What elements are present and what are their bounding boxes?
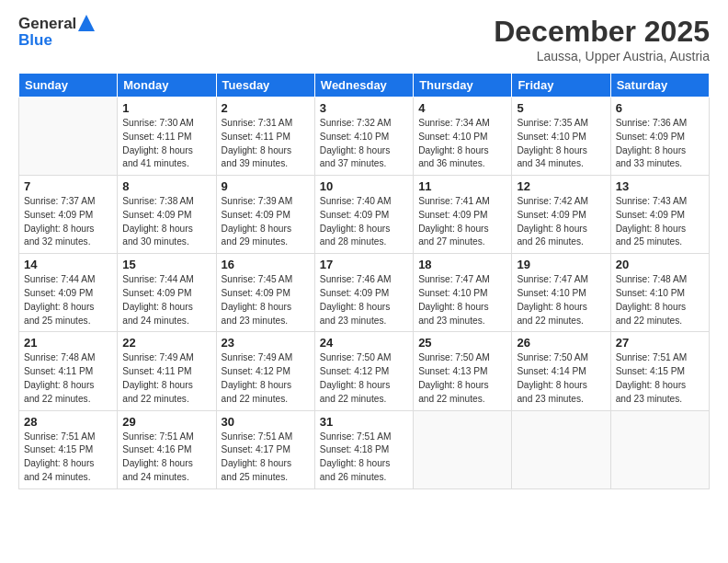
day-number: 9 — [222, 179, 310, 193]
day-number: 1 — [122, 101, 210, 115]
location-subtitle: Laussa, Upper Austria, Austria — [494, 49, 710, 63]
calendar-day-cell: 15Sunrise: 7:44 AM Sunset: 4:09 PM Dayli… — [118, 254, 216, 332]
calendar-day-cell: 27Sunrise: 7:51 AM Sunset: 4:15 PM Dayli… — [610, 332, 709, 410]
day-info: Sunrise: 7:45 AM Sunset: 4:09 PM Dayligh… — [222, 273, 310, 327]
day-number: 6 — [616, 101, 704, 115]
logo-arrow-icon — [78, 15, 95, 31]
day-info: Sunrise: 7:51 AM Sunset: 4:16 PM Dayligh… — [122, 431, 210, 485]
day-info: Sunrise: 7:44 AM Sunset: 4:09 PM Dayligh… — [122, 273, 210, 327]
calendar-header-row: SundayMondayTuesdayWednesdayThursdayFrid… — [19, 74, 710, 98]
day-number: 7 — [24, 179, 112, 193]
day-number: 20 — [616, 258, 704, 271]
title-area: December 2025 Laussa, Upper Austria, Aus… — [494, 15, 710, 63]
calendar-week-row: 7Sunrise: 7:37 AM Sunset: 4:09 PM Daylig… — [19, 176, 710, 254]
logo: General Blue — [18, 15, 95, 50]
day-info: Sunrise: 7:49 AM Sunset: 4:12 PM Dayligh… — [222, 351, 310, 406]
day-number: 22 — [122, 336, 210, 350]
calendar-week-row: 21Sunrise: 7:48 AM Sunset: 4:11 PM Dayli… — [19, 332, 710, 410]
calendar-day-cell: 6Sunrise: 7:36 AM Sunset: 4:09 PM Daylig… — [610, 98, 709, 176]
day-number: 30 — [222, 415, 310, 429]
header: General Blue December 2025 Laussa, Upper… — [18, 15, 710, 63]
calendar-day-cell: 10Sunrise: 7:40 AM Sunset: 4:09 PM Dayli… — [314, 176, 413, 254]
day-number: 2 — [222, 101, 310, 115]
day-info: Sunrise: 7:44 AM Sunset: 4:09 PM Dayligh… — [24, 273, 112, 327]
calendar-day-cell: 9Sunrise: 7:39 AM Sunset: 4:09 PM Daylig… — [216, 176, 314, 254]
calendar-week-row: 14Sunrise: 7:44 AM Sunset: 4:09 PM Dayli… — [19, 254, 710, 332]
month-title: December 2025 — [494, 15, 710, 49]
day-info: Sunrise: 7:46 AM Sunset: 4:09 PM Dayligh… — [320, 273, 408, 327]
weekday-header: Saturday — [610, 74, 709, 98]
day-number: 10 — [320, 179, 408, 193]
day-info: Sunrise: 7:51 AM Sunset: 4:15 PM Dayligh… — [24, 431, 112, 485]
calendar-day-cell: 3Sunrise: 7:32 AM Sunset: 4:10 PM Daylig… — [314, 98, 413, 176]
day-info: Sunrise: 7:48 AM Sunset: 4:11 PM Dayligh… — [24, 351, 112, 406]
day-info: Sunrise: 7:50 AM Sunset: 4:12 PM Dayligh… — [320, 351, 408, 406]
calendar-day-cell: 4Sunrise: 7:34 AM Sunset: 4:10 PM Daylig… — [414, 98, 512, 176]
weekday-header: Wednesday — [314, 74, 413, 98]
calendar-day-cell: 21Sunrise: 7:48 AM Sunset: 4:11 PM Dayli… — [19, 332, 118, 410]
day-info: Sunrise: 7:47 AM Sunset: 4:10 PM Dayligh… — [418, 273, 506, 327]
day-number: 11 — [418, 179, 506, 193]
day-info: Sunrise: 7:48 AM Sunset: 4:10 PM Dayligh… — [616, 273, 704, 327]
calendar-day-cell: 24Sunrise: 7:50 AM Sunset: 4:12 PM Dayli… — [314, 332, 413, 410]
calendar-day-cell — [512, 410, 610, 488]
weekday-header: Thursday — [414, 74, 512, 98]
logo-general: General — [18, 15, 76, 33]
calendar-day-cell — [414, 410, 512, 488]
calendar-day-cell: 11Sunrise: 7:41 AM Sunset: 4:09 PM Dayli… — [414, 176, 512, 254]
day-number: 12 — [517, 179, 605, 193]
day-number: 31 — [320, 415, 408, 429]
logo-blue: Blue — [18, 31, 95, 50]
calendar-day-cell: 22Sunrise: 7:49 AM Sunset: 4:11 PM Dayli… — [118, 332, 216, 410]
page: General Blue December 2025 Laussa, Upper… — [0, 0, 728, 563]
calendar-day-cell: 5Sunrise: 7:35 AM Sunset: 4:10 PM Daylig… — [512, 98, 610, 176]
day-number: 19 — [517, 258, 605, 271]
calendar-day-cell: 8Sunrise: 7:38 AM Sunset: 4:09 PM Daylig… — [118, 176, 216, 254]
day-number: 26 — [517, 336, 605, 350]
day-number: 29 — [122, 415, 210, 429]
calendar-day-cell: 7Sunrise: 7:37 AM Sunset: 4:09 PM Daylig… — [19, 176, 118, 254]
day-number: 14 — [24, 258, 112, 271]
calendar-day-cell — [19, 98, 118, 176]
calendar-day-cell: 31Sunrise: 7:51 AM Sunset: 4:18 PM Dayli… — [314, 410, 413, 488]
day-number: 28 — [24, 415, 112, 429]
calendar-day-cell: 20Sunrise: 7:48 AM Sunset: 4:10 PM Dayli… — [610, 254, 709, 332]
day-info: Sunrise: 7:30 AM Sunset: 4:11 PM Dayligh… — [122, 117, 210, 171]
day-number: 13 — [616, 179, 704, 193]
day-info: Sunrise: 7:35 AM Sunset: 4:10 PM Dayligh… — [517, 117, 605, 171]
calendar-day-cell: 28Sunrise: 7:51 AM Sunset: 4:15 PM Dayli… — [19, 410, 118, 488]
calendar-week-row: 1Sunrise: 7:30 AM Sunset: 4:11 PM Daylig… — [19, 98, 710, 176]
calendar-day-cell: 17Sunrise: 7:46 AM Sunset: 4:09 PM Dayli… — [314, 254, 413, 332]
weekday-header: Sunday — [19, 74, 118, 98]
day-info: Sunrise: 7:51 AM Sunset: 4:15 PM Dayligh… — [616, 351, 704, 406]
day-info: Sunrise: 7:51 AM Sunset: 4:17 PM Dayligh… — [222, 431, 310, 485]
weekday-header: Friday — [512, 74, 610, 98]
calendar-day-cell — [610, 410, 709, 488]
day-number: 17 — [320, 258, 408, 271]
day-number: 3 — [320, 101, 408, 115]
calendar-day-cell: 2Sunrise: 7:31 AM Sunset: 4:11 PM Daylig… — [216, 98, 314, 176]
day-number: 21 — [24, 336, 112, 350]
calendar-table: SundayMondayTuesdayWednesdayThursdayFrid… — [18, 73, 710, 489]
day-info: Sunrise: 7:41 AM Sunset: 4:09 PM Dayligh… — [418, 195, 506, 249]
day-number: 18 — [418, 258, 506, 271]
day-info: Sunrise: 7:40 AM Sunset: 4:09 PM Dayligh… — [320, 195, 408, 249]
day-number: 8 — [122, 179, 210, 193]
day-info: Sunrise: 7:34 AM Sunset: 4:10 PM Dayligh… — [418, 117, 506, 171]
day-info: Sunrise: 7:32 AM Sunset: 4:10 PM Dayligh… — [320, 117, 408, 171]
day-number: 16 — [222, 258, 310, 271]
calendar-day-cell: 16Sunrise: 7:45 AM Sunset: 4:09 PM Dayli… — [216, 254, 314, 332]
day-info: Sunrise: 7:38 AM Sunset: 4:09 PM Dayligh… — [122, 195, 210, 249]
day-info: Sunrise: 7:51 AM Sunset: 4:18 PM Dayligh… — [320, 431, 408, 485]
calendar-day-cell: 30Sunrise: 7:51 AM Sunset: 4:17 PM Dayli… — [216, 410, 314, 488]
svg-marker-0 — [78, 15, 95, 31]
day-number: 4 — [418, 101, 506, 115]
day-info: Sunrise: 7:50 AM Sunset: 4:14 PM Dayligh… — [517, 351, 605, 406]
calendar-day-cell: 29Sunrise: 7:51 AM Sunset: 4:16 PM Dayli… — [118, 410, 216, 488]
day-info: Sunrise: 7:49 AM Sunset: 4:11 PM Dayligh… — [122, 351, 210, 406]
day-number: 27 — [616, 336, 704, 350]
calendar-week-row: 28Sunrise: 7:51 AM Sunset: 4:15 PM Dayli… — [19, 410, 710, 488]
day-number: 5 — [517, 101, 605, 115]
weekday-header: Monday — [118, 74, 216, 98]
calendar-day-cell: 23Sunrise: 7:49 AM Sunset: 4:12 PM Dayli… — [216, 332, 314, 410]
